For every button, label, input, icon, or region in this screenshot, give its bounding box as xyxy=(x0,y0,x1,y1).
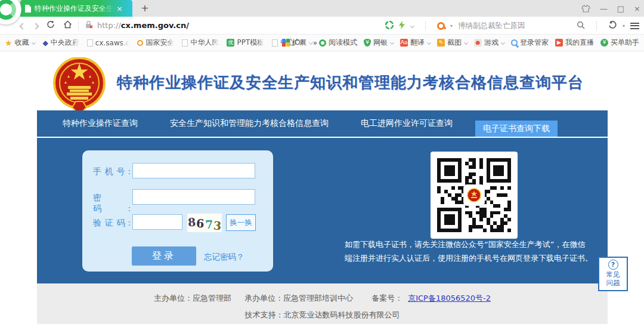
adblock-wheel-icon[interactable] xyxy=(385,20,394,32)
org-unit-text: 承办单位：应急管理部培训中心 xyxy=(244,294,353,303)
orange-ring-icon xyxy=(137,40,143,46)
star-icon: ★ xyxy=(5,39,13,47)
phone-label: 手 机 号： xyxy=(93,166,134,177)
minimize-button[interactable]: — xyxy=(600,5,608,13)
browser-logo-swirl-icon xyxy=(0,0,16,20)
bookmark-item[interactable]: ◆中央政府 xyxy=(43,38,79,48)
my-live-button[interactable]: ▶我的直播 xyxy=(555,38,594,48)
tab-special-operation-query[interactable]: 特种作业操作证查询 xyxy=(63,110,138,137)
tab-electrician-permit-query[interactable]: 电工进网作业许可证查询 xyxy=(361,110,453,137)
browser-tab-title: 特种作业操作证及安全生产知识 xyxy=(35,4,115,14)
captcha-image[interactable]: 8673 xyxy=(187,214,222,232)
forgot-password-link[interactable]: 忘记密码？ xyxy=(204,252,244,263)
undo-recent-icon[interactable] xyxy=(608,20,617,32)
divider xyxy=(425,21,426,30)
window-controls: — □ × xyxy=(581,0,640,17)
divider xyxy=(596,21,597,30)
tab-separator-line xyxy=(37,137,608,138)
extensions-grid-icon xyxy=(282,39,290,47)
search-suggestion-text[interactable]: 博纳副总裁坠亡原因 xyxy=(458,21,571,31)
tab-ecert-download[interactable]: 电子证书查询下载 xyxy=(475,121,558,137)
icp-record: 备案号：京ICP备18056520号-2 xyxy=(366,294,491,303)
login-keeper-button[interactable]: 登录管家 xyxy=(511,38,549,48)
search-engine-caret-icon[interactable]: ▾ xyxy=(450,23,453,29)
pay-helper-button[interactable]: ¥买单助手 xyxy=(600,38,639,48)
page-doc-icon xyxy=(25,5,31,13)
faq-label-line1: 常见 xyxy=(599,270,627,279)
bookmark-item[interactable]: 优PPT模板 xyxy=(227,38,264,48)
forward-icon[interactable] xyxy=(33,21,38,30)
page-title: 特种作业操作证及安全生产知识和管理能力考核合格信息查询平台 xyxy=(117,72,584,93)
gov-diamond-icon: ◆ xyxy=(43,39,48,47)
bookmarks-bar: ★ 收藏 ◆中央政府 cx.saws.c 国家安全 中华人民 优PPT模板 中心… xyxy=(0,35,644,51)
tech-support-text: 技术支持：北京竞业达数码科技股份有限公司 xyxy=(37,310,608,320)
tab-close-icon[interactable]: × xyxy=(116,5,123,13)
chevron-down-icon[interactable]: ▾ xyxy=(623,23,625,29)
active-browser-tab[interactable]: 特种作业操作证及安全生产知识 × xyxy=(20,0,132,17)
reload-icon[interactable] xyxy=(47,20,55,30)
pay-helper-icon: ¥ xyxy=(600,39,608,47)
gamepad-icon: ● xyxy=(474,39,482,47)
chevron-down-icon xyxy=(32,41,36,45)
browser-window: 特种作业操作证及安全生产知识 × + — □ × http://cx.mem.g… xyxy=(0,0,644,333)
skin-icon[interactable] xyxy=(581,5,590,13)
site-header: 特种作业操作证及安全生产知识和管理能力考核合格信息查询平台 xyxy=(0,51,644,110)
footer-line1: 主办单位：应急管理部 承办单位：应急管理部培训中心 备案号：京ICP备18056… xyxy=(37,293,608,304)
phone-input[interactable] xyxy=(132,163,255,178)
site-footer: 主办单位：应急管理部 承办单位：应急管理部培训中心 备案号：京ICP备18056… xyxy=(37,283,608,324)
faq-button[interactable]: ? 常见 问题 xyxy=(598,257,628,291)
qr-code xyxy=(431,152,518,239)
bookmark-item[interactable]: 国家安全 xyxy=(137,38,174,48)
back-icon[interactable] xyxy=(20,21,25,30)
browser-tab-strip: 特种作业操作证及安全生产知识 × + — □ × xyxy=(0,0,644,17)
tab-safety-knowledge-query[interactable]: 安全生产知识和管理能力考核合格信息查询 xyxy=(170,110,329,137)
speed-lightning-icon[interactable] xyxy=(399,20,405,32)
toolbar-extensions-area: 扩展 阅读模式 ¥网银 Aa翻译 ✎截图 ●游戏 登录管家 ▶我的直播 ¥买单助… xyxy=(275,35,639,51)
qr-instruction-line2: 端注册并进行实人认证后，使用注册的手机号在网页登录下载电子证书。 xyxy=(345,254,614,262)
login-card: 手 机 号： 密 码： 验 证 码： 8673 换一换 登录 忘记密码？ xyxy=(82,150,273,272)
you-badge-icon: 优 xyxy=(227,39,234,47)
host-unit-text: 主办单位：应急管理部 xyxy=(154,294,231,303)
bookmark-item[interactable]: 中华人民 xyxy=(182,38,219,48)
close-button[interactable]: × xyxy=(634,5,640,13)
translate-button[interactable]: Aa翻译 xyxy=(400,38,431,48)
screenshot-button[interactable]: ✎截图 xyxy=(437,38,467,48)
captcha-refresh-button[interactable]: 换一换 xyxy=(226,214,256,231)
search-engine-icon[interactable] xyxy=(437,22,445,30)
new-tab-button[interactable]: + xyxy=(138,2,151,14)
url-text[interactable]: http://cx.mem.gov.cn/ xyxy=(97,21,189,30)
screenshot-icon: ✎ xyxy=(437,39,445,47)
extensions-button[interactable]: 扩展 xyxy=(282,38,312,48)
captcha-label: 验 证 码： xyxy=(93,218,134,229)
password-label: 密 码： xyxy=(93,193,134,214)
address-bar: http://cx.mem.gov.cn/ ▾ 博纳副总裁坠亡原因 ▾ xyxy=(0,17,644,35)
page-icon xyxy=(182,39,188,47)
favorites-button[interactable]: ★ 收藏 xyxy=(5,38,35,48)
menu-icon[interactable] xyxy=(630,23,639,29)
page-icon xyxy=(87,39,93,47)
national-emblem xyxy=(52,57,106,115)
search-icon[interactable] xyxy=(577,20,585,32)
translate-aa-icon: Aa xyxy=(400,39,408,47)
login-keeper-icon xyxy=(511,39,518,46)
address-bar-right: ▾ 博纳副总裁坠亡原因 ▾ xyxy=(385,17,639,35)
maximize-button[interactable]: □ xyxy=(617,5,624,13)
games-button[interactable]: ●游戏 xyxy=(474,38,504,48)
bookmark-item[interactable]: cx.saws.c xyxy=(87,39,130,47)
bank-shield-icon: ¥ xyxy=(364,39,371,47)
reader-circle-icon xyxy=(319,39,326,47)
login-button[interactable]: 登录 xyxy=(132,246,196,266)
captcha-input[interactable] xyxy=(132,214,182,230)
reader-mode-button[interactable]: 阅读模式 xyxy=(319,38,357,48)
chevron-down-icon[interactable] xyxy=(410,23,414,27)
home-icon[interactable] xyxy=(63,20,72,30)
question-mark-icon: ? xyxy=(608,260,618,270)
divider xyxy=(78,21,79,30)
insecure-lock-icon[interactable] xyxy=(85,20,93,31)
live-tv-icon: ▶ xyxy=(555,39,563,47)
bank-button[interactable]: ¥网银 xyxy=(364,38,394,48)
icp-link[interactable]: 京ICP备18056520号-2 xyxy=(408,294,491,303)
password-input[interactable] xyxy=(132,189,255,205)
faq-label-line2: 问题 xyxy=(599,279,627,287)
qr-instruction-line1: 如需下载电子证书，请先关注微信公众号“国家安全生产考试”，在微信 xyxy=(345,240,614,248)
